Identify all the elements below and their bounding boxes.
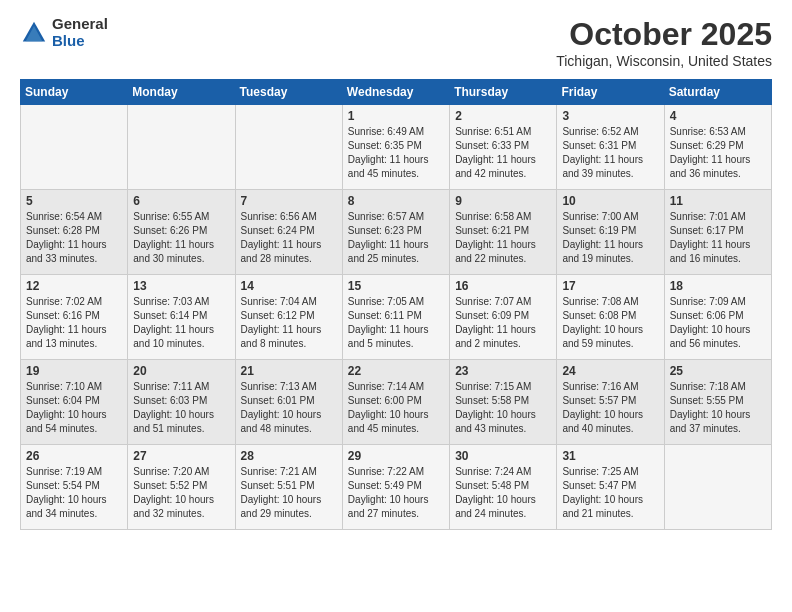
day-number: 5 [26,194,122,208]
calendar-cell: 12Sunrise: 7:02 AM Sunset: 6:16 PM Dayli… [21,275,128,360]
cell-content: Sunrise: 6:53 AM Sunset: 6:29 PM Dayligh… [670,125,766,181]
calendar-cell: 24Sunrise: 7:16 AM Sunset: 5:57 PM Dayli… [557,360,664,445]
day-number: 21 [241,364,337,378]
cell-content: Sunrise: 6:54 AM Sunset: 6:28 PM Dayligh… [26,210,122,266]
day-number: 16 [455,279,551,293]
day-number: 23 [455,364,551,378]
weekday-header-row: SundayMondayTuesdayWednesdayThursdayFrid… [21,80,772,105]
day-number: 19 [26,364,122,378]
calendar-cell: 10Sunrise: 7:00 AM Sunset: 6:19 PM Dayli… [557,190,664,275]
calendar-cell: 5Sunrise: 6:54 AM Sunset: 6:28 PM Daylig… [21,190,128,275]
calendar-cell: 20Sunrise: 7:11 AM Sunset: 6:03 PM Dayli… [128,360,235,445]
calendar-cell: 25Sunrise: 7:18 AM Sunset: 5:55 PM Dayli… [664,360,771,445]
month-title: October 2025 [556,16,772,53]
calendar-week-row: 1Sunrise: 6:49 AM Sunset: 6:35 PM Daylig… [21,105,772,190]
day-number: 28 [241,449,337,463]
weekday-header: Saturday [664,80,771,105]
cell-content: Sunrise: 7:25 AM Sunset: 5:47 PM Dayligh… [562,465,658,521]
day-number: 6 [133,194,229,208]
calendar-table: SundayMondayTuesdayWednesdayThursdayFrid… [20,79,772,530]
cell-content: Sunrise: 6:55 AM Sunset: 6:26 PM Dayligh… [133,210,229,266]
day-number: 3 [562,109,658,123]
calendar-cell [664,445,771,530]
calendar-cell [235,105,342,190]
day-number: 22 [348,364,444,378]
calendar-cell: 15Sunrise: 7:05 AM Sunset: 6:11 PM Dayli… [342,275,449,360]
calendar-cell: 23Sunrise: 7:15 AM Sunset: 5:58 PM Dayli… [450,360,557,445]
calendar-cell: 27Sunrise: 7:20 AM Sunset: 5:52 PM Dayli… [128,445,235,530]
title-block: October 2025 Tichigan, Wisconsin, United… [556,16,772,69]
calendar-cell: 19Sunrise: 7:10 AM Sunset: 6:04 PM Dayli… [21,360,128,445]
cell-content: Sunrise: 7:00 AM Sunset: 6:19 PM Dayligh… [562,210,658,266]
calendar-cell: 9Sunrise: 6:58 AM Sunset: 6:21 PM Daylig… [450,190,557,275]
day-number: 30 [455,449,551,463]
calendar-cell: 14Sunrise: 7:04 AM Sunset: 6:12 PM Dayli… [235,275,342,360]
cell-content: Sunrise: 6:49 AM Sunset: 6:35 PM Dayligh… [348,125,444,181]
cell-content: Sunrise: 7:21 AM Sunset: 5:51 PM Dayligh… [241,465,337,521]
logo-general-text: General [52,16,108,33]
cell-content: Sunrise: 7:24 AM Sunset: 5:48 PM Dayligh… [455,465,551,521]
day-number: 17 [562,279,658,293]
weekday-header: Tuesday [235,80,342,105]
cell-content: Sunrise: 6:58 AM Sunset: 6:21 PM Dayligh… [455,210,551,266]
day-number: 26 [26,449,122,463]
day-number: 1 [348,109,444,123]
day-number: 27 [133,449,229,463]
calendar-week-row: 19Sunrise: 7:10 AM Sunset: 6:04 PM Dayli… [21,360,772,445]
day-number: 11 [670,194,766,208]
cell-content: Sunrise: 7:10 AM Sunset: 6:04 PM Dayligh… [26,380,122,436]
logo-icon [20,19,48,47]
calendar-cell: 2Sunrise: 6:51 AM Sunset: 6:33 PM Daylig… [450,105,557,190]
calendar-week-row: 26Sunrise: 7:19 AM Sunset: 5:54 PM Dayli… [21,445,772,530]
calendar-cell: 4Sunrise: 6:53 AM Sunset: 6:29 PM Daylig… [664,105,771,190]
day-number: 4 [670,109,766,123]
cell-content: Sunrise: 7:07 AM Sunset: 6:09 PM Dayligh… [455,295,551,351]
day-number: 20 [133,364,229,378]
cell-content: Sunrise: 7:05 AM Sunset: 6:11 PM Dayligh… [348,295,444,351]
day-number: 12 [26,279,122,293]
day-number: 8 [348,194,444,208]
calendar-cell: 17Sunrise: 7:08 AM Sunset: 6:08 PM Dayli… [557,275,664,360]
calendar-cell: 28Sunrise: 7:21 AM Sunset: 5:51 PM Dayli… [235,445,342,530]
calendar-cell: 18Sunrise: 7:09 AM Sunset: 6:06 PM Dayli… [664,275,771,360]
cell-content: Sunrise: 7:03 AM Sunset: 6:14 PM Dayligh… [133,295,229,351]
day-number: 14 [241,279,337,293]
weekday-header: Sunday [21,80,128,105]
logo-blue-text: Blue [52,33,108,50]
calendar-cell [128,105,235,190]
page-header: General Blue October 2025 Tichigan, Wisc… [20,16,772,69]
calendar-cell: 22Sunrise: 7:14 AM Sunset: 6:00 PM Dayli… [342,360,449,445]
calendar-cell: 26Sunrise: 7:19 AM Sunset: 5:54 PM Dayli… [21,445,128,530]
cell-content: Sunrise: 7:09 AM Sunset: 6:06 PM Dayligh… [670,295,766,351]
cell-content: Sunrise: 6:51 AM Sunset: 6:33 PM Dayligh… [455,125,551,181]
cell-content: Sunrise: 7:02 AM Sunset: 6:16 PM Dayligh… [26,295,122,351]
calendar-cell: 31Sunrise: 7:25 AM Sunset: 5:47 PM Dayli… [557,445,664,530]
day-number: 7 [241,194,337,208]
calendar-cell: 6Sunrise: 6:55 AM Sunset: 6:26 PM Daylig… [128,190,235,275]
cell-content: Sunrise: 6:57 AM Sunset: 6:23 PM Dayligh… [348,210,444,266]
calendar-cell: 13Sunrise: 7:03 AM Sunset: 6:14 PM Dayli… [128,275,235,360]
calendar-cell [21,105,128,190]
location-text: Tichigan, Wisconsin, United States [556,53,772,69]
day-number: 13 [133,279,229,293]
cell-content: Sunrise: 7:14 AM Sunset: 6:00 PM Dayligh… [348,380,444,436]
calendar-cell: 3Sunrise: 6:52 AM Sunset: 6:31 PM Daylig… [557,105,664,190]
weekday-header: Wednesday [342,80,449,105]
day-number: 9 [455,194,551,208]
calendar-cell: 16Sunrise: 7:07 AM Sunset: 6:09 PM Dayli… [450,275,557,360]
day-number: 24 [562,364,658,378]
cell-content: Sunrise: 7:08 AM Sunset: 6:08 PM Dayligh… [562,295,658,351]
weekday-header: Monday [128,80,235,105]
calendar-cell: 8Sunrise: 6:57 AM Sunset: 6:23 PM Daylig… [342,190,449,275]
calendar-cell: 1Sunrise: 6:49 AM Sunset: 6:35 PM Daylig… [342,105,449,190]
weekday-header: Friday [557,80,664,105]
cell-content: Sunrise: 7:11 AM Sunset: 6:03 PM Dayligh… [133,380,229,436]
cell-content: Sunrise: 7:19 AM Sunset: 5:54 PM Dayligh… [26,465,122,521]
day-number: 2 [455,109,551,123]
cell-content: Sunrise: 7:13 AM Sunset: 6:01 PM Dayligh… [241,380,337,436]
cell-content: Sunrise: 6:56 AM Sunset: 6:24 PM Dayligh… [241,210,337,266]
day-number: 25 [670,364,766,378]
day-number: 18 [670,279,766,293]
cell-content: Sunrise: 7:15 AM Sunset: 5:58 PM Dayligh… [455,380,551,436]
cell-content: Sunrise: 7:18 AM Sunset: 5:55 PM Dayligh… [670,380,766,436]
